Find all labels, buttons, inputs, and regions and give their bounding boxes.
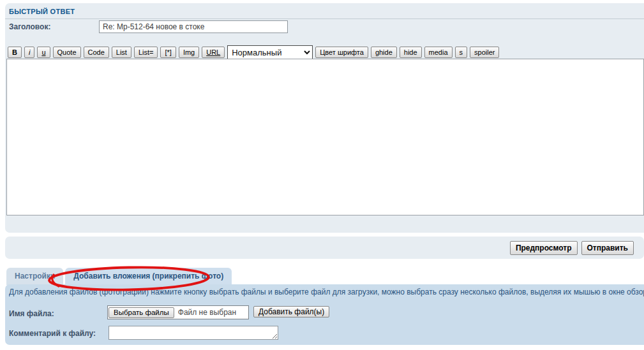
attachments-instructions: Для добавления файлов (фотографий) нажми…: [9, 288, 644, 296]
media-button[interactable]: media: [424, 47, 453, 58]
tab-add-attachments[interactable]: Добавить вложения (прикрепить фото): [65, 268, 232, 285]
preview-button[interactable]: Предпросмотр: [510, 241, 578, 255]
url-button[interactable]: URL: [202, 47, 225, 58]
subject-label: Заголовок:: [9, 22, 50, 31]
code-button[interactable]: Code: [84, 47, 109, 58]
italic-button[interactable]: i: [24, 47, 34, 58]
ghide-button[interactable]: ghide: [371, 47, 397, 58]
hide-button[interactable]: hide: [400, 47, 422, 58]
spoiler-button[interactable]: spoiler: [470, 47, 499, 58]
attachment-tabs: Настройки Добавить вложения (прикрепить …: [6, 268, 232, 285]
submit-strip: Предпросмотр Отправить: [5, 237, 644, 259]
file-input[interactable]: Выбрать файлы Файл не выбран: [107, 305, 249, 319]
subject-input[interactable]: [99, 20, 288, 33]
img-button[interactable]: Img: [179, 47, 199, 58]
ordered-list-button[interactable]: List=: [134, 47, 158, 58]
choose-files-button[interactable]: Выбрать файлы: [109, 307, 174, 318]
quick-reply-page: БЫСТРЫЙ ОТВЕТ Заголовок: B i u Quote Cod…: [0, 0, 644, 350]
strike-button[interactable]: s: [455, 47, 468, 58]
file-comment-label: Комментарий к файлу:: [9, 329, 96, 338]
message-textarea[interactable]: [6, 59, 644, 215]
quick-reply-panel: БЫСТРЫЙ ОТВЕТ Заголовок: B i u Quote Cod…: [5, 3, 644, 233]
add-files-button[interactable]: Добавить файл(ы): [253, 306, 329, 317]
bbcode-toolbar: B i u Quote Code List List= [*] Img URL …: [8, 45, 499, 59]
list-button[interactable]: List: [112, 47, 131, 58]
font-size-select[interactable]: Нормальный: [227, 45, 313, 59]
quick-reply-title: БЫСТРЫЙ ОТВЕТ: [5, 3, 644, 19]
font-color-button[interactable]: Цвет шрифта: [315, 47, 368, 58]
file-comment-textarea[interactable]: [109, 326, 278, 340]
attachments-panel: Для добавления файлов (фотографий) нажми…: [5, 284, 644, 345]
submit-button[interactable]: Отправить: [581, 241, 634, 255]
no-file-selected-text: Файл не выбран: [178, 308, 236, 317]
bold-button[interactable]: B: [8, 47, 22, 58]
file-name-label: Имя файла:: [9, 309, 54, 318]
quote-button[interactable]: Quote: [53, 47, 81, 58]
underline-button[interactable]: u: [37, 47, 50, 58]
list-item-button[interactable]: [*]: [160, 47, 176, 58]
tab-settings[interactable]: Настройки: [6, 268, 63, 285]
